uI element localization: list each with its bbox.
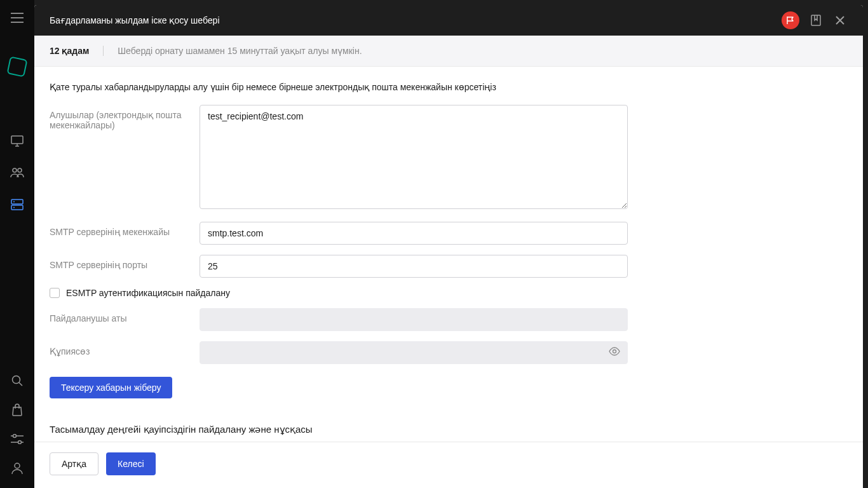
step-hint: Шеберді орнату шамамен 15 минуттай уақыт… xyxy=(118,46,362,56)
recipients-textarea[interactable] xyxy=(200,105,628,209)
username-input xyxy=(200,308,628,331)
monitor-icon[interactable] xyxy=(10,134,24,148)
smtp-address-input[interactable] xyxy=(200,222,628,245)
section-intro: Қате туралы хабарландыруларды алу үшін б… xyxy=(50,82,848,92)
modal-footer: Артқа Келесі xyxy=(34,442,863,488)
esmtp-checkbox[interactable] xyxy=(50,288,60,298)
username-row: Пайдаланушы аты xyxy=(50,308,848,331)
modal-title: Бағдарламаны жылдам іске қосу шебері xyxy=(50,15,220,25)
bookmark-icon[interactable] xyxy=(808,13,824,28)
close-icon[interactable] xyxy=(832,13,848,28)
smtp-address-label: SMTP серверінің мекенжайы xyxy=(50,222,200,237)
wizard-modal: Бағдарламаны жылдам іске қосу шебері 12 … xyxy=(34,5,863,488)
modal-body: Қате туралы хабарландыруларды алу үшін б… xyxy=(34,67,863,442)
back-button[interactable]: Артқа xyxy=(50,452,98,475)
hamburger-icon[interactable] xyxy=(11,11,24,26)
password-label: Құпиясөз xyxy=(50,341,200,356)
smtp-address-row: SMTP серверінің мекенжайы xyxy=(50,222,848,245)
tls-heading: Тасымалдау деңгейі қауіпсіздігін пайдала… xyxy=(50,424,848,435)
profile-icon[interactable] xyxy=(10,461,24,475)
bag-icon[interactable] xyxy=(10,403,24,417)
eye-icon[interactable] xyxy=(609,347,620,358)
sidebar-bottom xyxy=(10,374,24,475)
svg-point-8 xyxy=(13,435,17,438)
esmtp-checkbox-row[interactable]: ESMTP аутентификациясын пайдалану xyxy=(50,288,848,298)
svg-rect-0 xyxy=(11,136,23,144)
sliders-icon[interactable] xyxy=(10,432,24,446)
password-row: Құпиясөз xyxy=(50,341,848,364)
svg-point-12 xyxy=(613,350,616,353)
svg-point-2 xyxy=(18,168,22,172)
sidebar-nav xyxy=(10,134,24,212)
smtp-port-label: SMTP серверінің порты xyxy=(50,255,200,270)
step-bar: 12 қадам Шеберді орнату шамамен 15 минут… xyxy=(34,36,863,67)
app-logo xyxy=(6,56,27,77)
password-input xyxy=(200,341,628,364)
svg-rect-11 xyxy=(811,15,820,25)
smtp-port-row: SMTP серверінің порты xyxy=(50,255,848,278)
send-test-button[interactable]: Тексеру хабарын жіберу xyxy=(50,377,172,398)
svg-point-1 xyxy=(13,168,17,172)
svg-point-9 xyxy=(18,441,22,444)
next-button[interactable]: Келесі xyxy=(106,452,156,475)
esmtp-label: ESMTP аутентификациясын пайдалану xyxy=(66,288,230,298)
username-label: Пайдаланушы аты xyxy=(50,308,200,323)
recipients-label: Алушылар (электрондық пошта мекенжайлары… xyxy=(50,105,200,130)
server-icon[interactable] xyxy=(10,198,24,212)
header-actions xyxy=(782,11,848,29)
svg-point-10 xyxy=(15,463,20,468)
step-number: 12 қадам xyxy=(50,46,89,56)
users-icon[interactable] xyxy=(10,166,24,180)
search-icon[interactable] xyxy=(10,374,24,388)
recipients-row: Алушылар (электрондық пошта мекенжайлары… xyxy=(50,105,848,212)
flag-button[interactable] xyxy=(782,11,799,29)
step-divider xyxy=(103,46,104,56)
left-sidebar xyxy=(0,0,34,488)
svg-point-6 xyxy=(13,207,15,208)
svg-point-5 xyxy=(13,201,15,203)
svg-rect-4 xyxy=(11,205,23,210)
svg-rect-3 xyxy=(11,200,23,204)
modal-header: Бағдарламаны жылдам іске қосу шебері xyxy=(34,5,863,36)
svg-point-7 xyxy=(13,376,20,384)
smtp-port-input[interactable] xyxy=(200,255,628,278)
